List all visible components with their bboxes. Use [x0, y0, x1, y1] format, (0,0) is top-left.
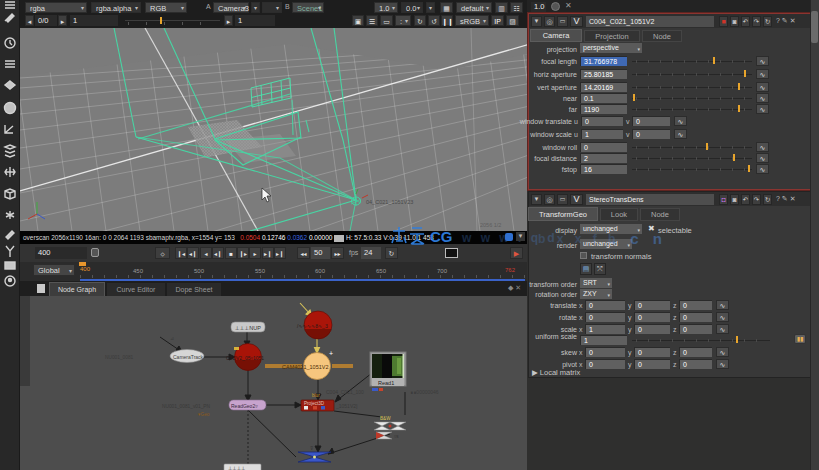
svg-text:CG: CG	[430, 228, 453, 245]
svg-text:_1051V2]: _1051V2]	[335, 403, 358, 409]
svg-text:NU001_0081: NU001_0081	[105, 355, 134, 360]
svg-text:▾Geo: ▾Geo	[198, 412, 210, 417]
svg-text:. c n: . c n	[612, 230, 667, 247]
svg-text:C3DV2_05▿1051: C3DV2_05▿1051	[226, 355, 264, 361]
svg-text:⊽: ⊽	[310, 446, 313, 451]
svg-text:⊥⊥⊥NUP: ⊥⊥⊥NUP	[235, 325, 261, 331]
svg-text:⊿: ⊿	[170, 336, 174, 341]
svg-text:CAM4021_1051V2: CAM4021_1051V2	[282, 364, 328, 370]
svg-text:⊥⊥⊥⊥: ⊥⊥⊥⊥	[228, 465, 245, 470]
svg-text:Project3D: Project3D	[304, 401, 325, 406]
svg-text:B&W: B&W	[380, 416, 391, 421]
svg-text:▿s: ▿s	[394, 434, 399, 439]
svg-text:+: +	[329, 350, 333, 357]
svg-text:/∿∿∿∿8∿_3: /∿∿∿∿8∿_3	[297, 323, 328, 329]
svg-text:C004_C021_100: C004_C021_100	[326, 389, 364, 395]
svg-text:ReadGeo2▿: ReadGeo2▿	[231, 403, 258, 409]
svg-text:04_C021_1051V23: 04_C021_1051V23	[366, 199, 413, 205]
svg-text:∎∎00000046: ∎∎00000046	[410, 389, 439, 395]
svg-text:CameraTrack: CameraTrack	[173, 354, 204, 360]
svg-text:b x x f b: b x x f b	[538, 232, 619, 246]
svg-text:blur: blur	[312, 393, 320, 398]
svg-text:NU001_0081_v01_PN: NU001_0081_v01_PN	[162, 404, 211, 409]
svg-text:Read1: Read1	[378, 380, 394, 386]
